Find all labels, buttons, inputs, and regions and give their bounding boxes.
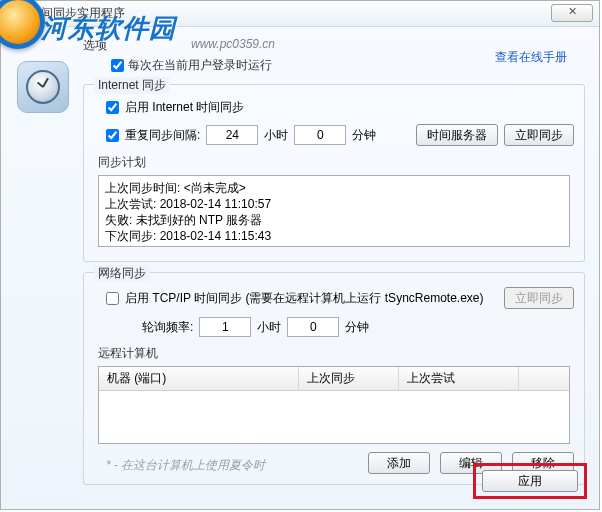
dst-note: * - 在这台计算机上使用夏令时 xyxy=(106,457,265,474)
close-button[interactable]: ✕ xyxy=(551,4,593,22)
plan-line: 上次同步时间: <尚未完成> xyxy=(105,180,563,196)
enable-tcpip-sync-label: 启用 TCP/IP 时间同步 (需要在远程计算机上运行 tSyncRemote.… xyxy=(125,290,484,307)
app-clock-icon xyxy=(17,61,69,113)
run-on-login-checkbox[interactable] xyxy=(111,59,124,72)
repeat-interval-checkbox[interactable] xyxy=(106,129,119,142)
minutes-unit: 分钟 xyxy=(352,127,376,144)
sync-plan-box: 上次同步时间: <尚未完成> 上次尝试: 2018-02-14 11:10:57… xyxy=(98,175,570,247)
network-hours-input[interactable] xyxy=(199,317,251,337)
watermark-brand: 河东软件园 xyxy=(41,11,176,46)
content-area: 选项 每次在当前用户登录时运行 查看在线手册 Internet 同步 启用 In… xyxy=(83,37,585,485)
close-icon: ✕ xyxy=(568,5,577,17)
plan-line: 失败: 未找到好的 NTP 服务器 xyxy=(105,212,563,228)
col-machine: 机器 (端口) xyxy=(99,367,299,390)
apply-highlight: 应用 xyxy=(473,463,587,499)
enable-tcpip-sync-checkbox[interactable] xyxy=(106,292,119,305)
col-last-sync: 上次同步 xyxy=(299,367,399,390)
network-sync-group: 网络同步 启用 TCP/IP 时间同步 (需要在远程计算机上运行 tSyncRe… xyxy=(83,272,585,485)
internet-minutes-input[interactable] xyxy=(294,125,346,145)
table-header: 机器 (端口) 上次同步 上次尝试 xyxy=(99,367,569,391)
network-minutes-input[interactable] xyxy=(287,317,339,337)
plan-line: 上次尝试: 2018-02-14 11:10:57 xyxy=(105,196,563,212)
repeat-interval-label: 重复同步间隔: xyxy=(125,127,200,144)
run-on-login-label: 每次在当前用户登录时运行 xyxy=(128,57,272,74)
time-server-button[interactable]: 时间服务器 xyxy=(416,124,498,146)
enable-internet-sync-checkbox[interactable] xyxy=(106,101,119,114)
table-body xyxy=(99,391,569,443)
watermark-url: www.pc0359.cn xyxy=(191,37,275,51)
internet-hours-input[interactable] xyxy=(206,125,258,145)
add-button[interactable]: 添加 xyxy=(368,452,430,474)
hours-unit: 小时 xyxy=(257,319,281,336)
sync-plan-legend: 同步计划 xyxy=(98,154,574,171)
remote-computers-table[interactable]: 机器 (端口) 上次同步 上次尝试 xyxy=(98,366,570,444)
internet-sync-legend: Internet 同步 xyxy=(94,77,170,94)
network-sync-legend: 网络同步 xyxy=(94,265,150,282)
internet-sync-group: Internet 同步 启用 Internet 时间同步 重复同步间隔: 小时 … xyxy=(83,84,585,262)
remote-computers-legend: 远程计算机 xyxy=(98,345,574,362)
network-sync-now-button[interactable]: 立即同步 xyxy=(504,287,574,309)
hours-unit: 小时 xyxy=(264,127,288,144)
col-last-attempt: 上次尝试 xyxy=(399,367,519,390)
watermark-logo xyxy=(0,0,45,49)
window: 时间同步实用程序 ✕ 河东软件园 www.pc0359.cn 选项 每次在当前用… xyxy=(0,0,600,510)
minutes-unit: 分钟 xyxy=(345,319,369,336)
plan-line: 下次同步: 2018-02-14 11:15:43 xyxy=(105,228,563,244)
poll-rate-label: 轮询频率: xyxy=(142,319,193,336)
apply-button[interactable]: 应用 xyxy=(482,470,578,492)
online-manual-link[interactable]: 查看在线手册 xyxy=(495,49,567,66)
internet-sync-now-button[interactable]: 立即同步 xyxy=(504,124,574,146)
enable-internet-sync-label: 启用 Internet 时间同步 xyxy=(125,99,244,116)
